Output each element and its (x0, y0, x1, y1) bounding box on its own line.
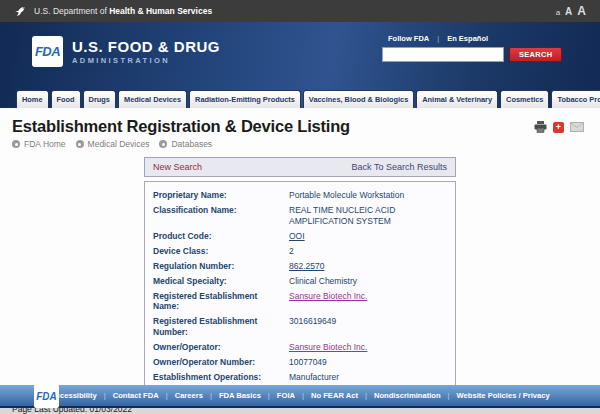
breadcrumb-bullet-icon (159, 140, 167, 148)
nav-tab-animal-veterinary[interactable]: Animal & Veterinary (416, 90, 498, 108)
footer-link-separator: | (210, 391, 212, 400)
footer-link-separator: | (448, 391, 450, 400)
nav-tab-home[interactable]: Home (16, 90, 49, 108)
value-link-sansure-biotech-inc[interactable]: Sansure Biotech Inc. (289, 291, 367, 301)
row-label: Registered Establishment Number: (153, 316, 289, 337)
footer-link-separator: | (268, 391, 270, 400)
header-search-button[interactable]: SEARCH (509, 47, 562, 62)
fda-wordmark: U.S. FOOD & DRUG ADMINISTRATION (72, 38, 220, 65)
breadcrumb-bullet-icon (76, 140, 84, 148)
footer-link-separator: | (302, 391, 304, 400)
row-label: Product Code: (153, 231, 289, 242)
font-size-large-button[interactable]: A (577, 4, 586, 18)
value-link-862-2570[interactable]: 862.2570 (289, 261, 324, 271)
table-row-proprietary-name: Proprietary Name:Portable Molecule Works… (153, 188, 447, 203)
footer-link-fda-basics[interactable]: FDA Basics (219, 391, 261, 400)
table-row-classification-name: Classification Name:REAL TIME NUCLEIC AC… (153, 203, 447, 229)
fda-logo: FDA (32, 36, 63, 67)
row-label: Medical Specialty: (153, 276, 289, 287)
breadcrumb-databases[interactable]: Databases (159, 139, 212, 149)
table-row-establishment-operations: Establishment Operations:Manufacturer (153, 370, 447, 385)
row-label: Establishment Operations: (153, 372, 289, 383)
breadcrumb: FDA HomeMedical DevicesDatabases (12, 139, 588, 149)
font-size-controls: a A A (556, 4, 586, 18)
nav-tab-drugs[interactable]: Drugs (83, 90, 116, 108)
page-title: Establishment Registration & Device List… (12, 108, 588, 136)
footer-link-separator: | (166, 391, 168, 400)
breadcrumb-fda-home[interactable]: FDA Home (12, 139, 66, 149)
hhs-eagle-icon (14, 5, 27, 18)
value-link-ooi[interactable]: OOI (289, 231, 305, 241)
header-search-input[interactable] (382, 47, 504, 62)
row-value: Clinical Chemistry (289, 276, 447, 287)
footer-links: Accessibility|Contact FDA|Careers|FDA Ba… (50, 391, 549, 400)
panel-toolbar: New Search Back To Search Results (144, 157, 456, 177)
print-icon[interactable] (534, 121, 547, 133)
breadcrumb-bullet-icon (12, 140, 20, 148)
breadcrumb-medical-devices[interactable]: Medical Devices (76, 139, 150, 149)
table-row-registered-establishment-number: Registered Establishment Number:30166196… (153, 314, 447, 340)
row-value: 2 (289, 246, 447, 257)
nav-tab-medical-devices[interactable]: Medical Devices (118, 90, 187, 108)
footer-bar: FDA Accessibility|Contact FDA|Careers|FD… (0, 385, 600, 408)
fda-brand[interactable]: FDA U.S. FOOD & DRUG ADMINISTRATION (32, 36, 220, 67)
share-icon[interactable]: + (553, 122, 564, 133)
footer-link-careers[interactable]: Careers (175, 391, 203, 400)
nav-tab-vaccines-blood-biologics[interactable]: Vaccines, Blood & Biologics (303, 90, 414, 108)
footer-link-contact-fda[interactable]: Contact FDA (113, 391, 159, 400)
footer-link-no-fear-act[interactable]: No FEAR Act (311, 391, 358, 400)
row-value: 862.2570 (289, 261, 447, 272)
header-link-separator: | (437, 34, 439, 43)
row-value: 3016619649 (289, 316, 447, 337)
follow-fda-link[interactable]: Follow FDA (388, 34, 429, 43)
row-label: Device Class: (153, 246, 289, 257)
table-row-regulation-number: Regulation Number:862.2570 (153, 259, 447, 274)
nav-tab-cosmetics[interactable]: Cosmetics (500, 90, 549, 108)
table-row-owner-operator: Owner/Operator:Sansure Biotech Inc. (153, 340, 447, 355)
main-content: Establishment Registration & Device List… (0, 108, 600, 385)
font-size-small-button[interactable]: a (556, 8, 560, 17)
row-value: Sansure Biotech Inc. (289, 291, 447, 312)
row-value: Portable Molecule Workstation (289, 190, 447, 201)
row-label: Owner/Operator Number: (153, 357, 289, 368)
email-icon[interactable] (570, 122, 584, 132)
row-value: 10077049 (289, 357, 447, 368)
row-label: Regulation Number: (153, 261, 289, 272)
font-size-medium-button[interactable]: A (565, 6, 572, 17)
breadcrumb-label: Medical Devices (88, 139, 150, 149)
nav-tab-food[interactable]: Food (51, 90, 81, 108)
footer-link-website-policies-privacy[interactable]: Website Policies / Privacy (457, 391, 550, 400)
footer-link-separator: | (104, 391, 106, 400)
hhs-top-bar: U.S. Department of Health & Human Servic… (0, 0, 600, 22)
main-nav-tabs: HomeFoodDrugsMedical DevicesRadiation-Em… (0, 86, 600, 108)
breadcrumb-label: FDA Home (24, 139, 66, 149)
device-detail-panel: New Search Back To Search Results Propri… (144, 157, 456, 393)
fda-header: FDA U.S. FOOD & DRUG ADMINISTRATION Foll… (0, 22, 600, 108)
table-row-device-class: Device Class:2 (153, 244, 447, 259)
row-value: REAL TIME NUCLEIC ACID AMPLIFICATION SYS… (289, 205, 447, 226)
nav-tab-tobacco-products[interactable]: Tobacco Products (551, 90, 600, 108)
row-value: OOI (289, 231, 447, 242)
row-label: Owner/Operator: (153, 342, 289, 353)
row-value: Manufacturer (289, 372, 447, 383)
row-label: Classification Name: (153, 205, 289, 226)
footer-link-separator: | (365, 391, 367, 400)
row-label: Proprietary Name: (153, 190, 289, 201)
footer-link-foia[interactable]: FOIA (277, 391, 295, 400)
value-link-sansure-biotech-inc[interactable]: Sansure Biotech Inc. (289, 342, 367, 352)
device-detail-table: Proprietary Name:Portable Molecule Works… (144, 181, 456, 393)
en-espanol-link[interactable]: En Español (447, 34, 488, 43)
footer-link-nondiscrimination[interactable]: Nondiscrimination (374, 391, 441, 400)
table-row-registered-establishment-name: Registered Establishment Name:Sansure Bi… (153, 289, 447, 315)
hhs-dept-text: U.S. Department of Health & Human Servic… (34, 6, 212, 16)
breadcrumb-label: Databases (171, 139, 212, 149)
row-value: Sansure Biotech Inc. (289, 342, 447, 353)
row-label: Registered Establishment Name: (153, 291, 289, 312)
table-row-owner-operator-number: Owner/Operator Number:10077049 (153, 355, 447, 370)
footer-fda-logo[interactable]: FDA (34, 384, 59, 408)
new-search-link[interactable]: New Search (153, 162, 202, 172)
back-to-search-results-link[interactable]: Back To Search Results (352, 162, 447, 172)
table-row-product-code: Product Code:OOI (153, 229, 447, 244)
page-actions: + (534, 121, 584, 133)
nav-tab-radiation-emitting-products[interactable]: Radiation-Emitting Products (189, 90, 301, 108)
